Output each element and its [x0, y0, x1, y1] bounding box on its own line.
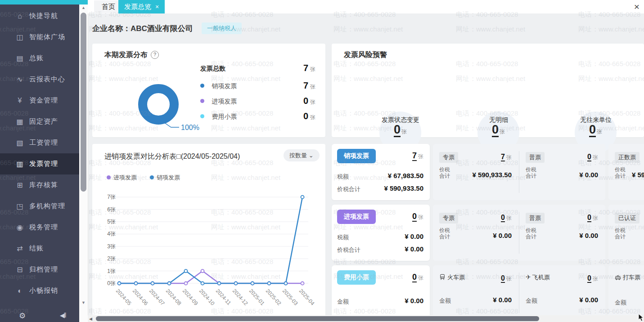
sidebar-item-fixed-assets[interactable]: ▦固定资产 — [0, 111, 79, 132]
purchase-dot-icon — [200, 99, 204, 103]
total-with-tax-label: 价税合计 — [337, 246, 360, 254]
tax-amount-value: ¥ 67,983.50 — [388, 172, 423, 179]
risk-no-counterparty[interactable]: 0张 无往来单位 — [553, 44, 639, 137]
sidebar-item-reimburse[interactable]: ◐小畅报销 — [0, 280, 79, 301]
train-ticket-count[interactable]: 0张 — [501, 274, 512, 283]
sidebar-footer: ⚙ ◀‖ — [0, 310, 79, 322]
payroll-icon: ▧ — [15, 139, 25, 147]
svg-text:2024-07: 2024-07 — [148, 288, 166, 307]
sidebar-item-closing[interactable]: ⇄结账 — [0, 238, 79, 259]
purchase-invoice-button[interactable]: 进项发票 — [337, 210, 376, 224]
sales-subtypes-panel: 专票 7张 价税合计 ¥ 590,933.50 普票 0张 价税合计 ¥ 0.0… — [433, 144, 605, 200]
top-accent-bar — [0, 0, 88, 4]
svg-text:2025-03: 2025-03 — [281, 288, 299, 307]
amount-value: ¥ 0.00 — [579, 296, 598, 304]
special-invoice-badge: 专票 — [439, 213, 458, 224]
svg-text:2024-11: 2024-11 — [215, 288, 232, 307]
legend-total-row: 发票总数 7张 — [200, 64, 315, 75]
sidebar-scrollbar[interactable]: ▲ ▼ — [79, 0, 88, 322]
agent-plaza-icon: ◫ — [15, 33, 25, 41]
sidebar-item-general-ledger[interactable]: ▤总账 — [0, 48, 79, 69]
svg-text:1张: 1张 — [107, 268, 116, 274]
sidebar-item-label: 总账 — [29, 54, 44, 63]
sidebar-item-tax[interactable]: ◉税务管理 — [0, 217, 79, 238]
scroll-down-icon[interactable]: ▼ — [79, 300, 88, 305]
sales-invoice-card: 销项发票 7张 税额 ¥ 67,983.50 价税合计 ¥ 590,933.50 — [332, 144, 430, 200]
risk-status-change[interactable]: 0张 发票状态变更 — [358, 44, 443, 137]
help-icon[interactable]: ? — [151, 51, 159, 59]
sidebar-item-invoice[interactable]: ▥发票管理 — [0, 153, 79, 174]
risk-no-detail[interactable]: 0张 无明细 — [456, 44, 541, 137]
legend-purchase-row[interactable]: 进项发票 0张 — [200, 97, 315, 108]
amount-value: ¥ 0.00 — [405, 297, 423, 304]
svg-text:4张: 4张 — [107, 231, 116, 237]
positive-invoice-badge: 正数票 — [615, 152, 639, 163]
amount-label: 金额 — [337, 298, 349, 306]
sidebar-item-agent-plaza[interactable]: ◫智能体广场 — [0, 27, 79, 48]
scroll-up-icon[interactable]: ▲ — [79, 5, 88, 10]
invoice-comparison-panel: 进销项发票对比分析表□(2024/05-2025/04) 按数量 ⌄ 进项发票 … — [92, 144, 325, 322]
total-with-tax-value: ¥ 0.00 — [579, 171, 598, 179]
total-with-tax-value: ¥ 0.00 — [493, 232, 512, 239]
legend-expense-row[interactable]: 费用小票 0张 — [200, 112, 315, 123]
close-icon[interactable]: × — [634, 0, 639, 13]
mute-speaker-icon[interactable]: ◀‖ — [60, 312, 66, 319]
tax-icon: ◉ — [15, 223, 25, 232]
sidebar-item-label: 智能体广场 — [29, 33, 65, 41]
amount-label: 金额 — [526, 297, 537, 305]
total-with-tax-label: 价税合计 — [526, 166, 539, 179]
sidebar-item-label: 资金管理 — [29, 96, 58, 105]
chart-legend-sales[interactable]: 销项发票 — [150, 174, 180, 182]
tab-invoice-overview[interactable]: 发票总览× — [118, 0, 165, 13]
purchase-count[interactable]: 0张 — [412, 212, 423, 221]
total-with-tax-value: ¥ 0.00 — [579, 232, 598, 239]
horizontal-scrollbar[interactable]: ◀ — [88, 315, 644, 322]
sidebar-item-inventory[interactable]: ⊞库存核算 — [0, 174, 79, 196]
expense-receipt-button[interactable]: 费用小票 — [337, 270, 376, 285]
sales-count[interactable]: 7张 — [412, 151, 423, 161]
plane-ticket-label: ✈飞机票 — [526, 273, 550, 282]
svg-text:2024-08: 2024-08 — [165, 288, 183, 307]
train-ticket-label: 火车票 — [439, 273, 465, 282]
horizontal-scrollbar-thumb[interactable] — [96, 316, 539, 321]
general-ledger-icon: ▤ — [15, 54, 25, 63]
panel-title: 本期发票分布? — [104, 50, 159, 60]
sidebar-item-label: 税务管理 — [29, 223, 58, 232]
tab-close-icon[interactable]: × — [155, 3, 159, 10]
special-invoice-badge: 专票 — [439, 152, 458, 163]
plane-ticket-block: ✈飞机票 0张 金额 ¥ 0.00 — [519, 265, 605, 320]
plane-ticket-count[interactable]: 0张 — [587, 274, 598, 283]
by-quantity-dropdown[interactable]: 按数量 ⌄ — [284, 149, 320, 161]
total-with-tax-label: 价税合计 — [615, 227, 628, 240]
special-count[interactable]: 0张 — [501, 214, 512, 222]
sidebar-item-multi-org[interactable]: ◳多机构管理 — [0, 196, 79, 217]
tax-amount-label: 税额 — [337, 233, 349, 242]
svg-text:2025-04: 2025-04 — [298, 288, 316, 307]
expense-count[interactable]: 0张 — [412, 273, 423, 282]
gear-icon[interactable]: ⚙ — [19, 311, 26, 321]
cloud-reports-icon: ∿ — [15, 75, 25, 84]
sidebar-scrollbar-thumb[interactable] — [81, 13, 86, 192]
sidebar-item-label: 小畅报销 — [29, 286, 58, 295]
expense-dot-icon — [200, 114, 204, 118]
general-count[interactable]: 0张 — [587, 214, 598, 222]
sidebar-item-funds[interactable]: ¥资金管理 — [0, 90, 79, 111]
sidebar-item-archive[interactable]: ⊟归档管理 — [0, 259, 79, 280]
svg-text:2024-09: 2024-09 — [181, 288, 199, 307]
sales-invoice-button[interactable]: 销项发票 — [337, 149, 376, 163]
closing-icon: ⇄ — [15, 244, 25, 253]
invoice-distribution-panel: 本期发票分布? 100% 发票总数 7张 销项发票 7张 进项发票 0张 费用小… — [92, 44, 325, 137]
svg-text:2张: 2张 — [107, 255, 116, 262]
mouse-cursor — [638, 313, 644, 322]
scroll-left-icon[interactable]: ◀ — [89, 317, 92, 321]
sidebar-item-payroll[interactable]: ▧工资管理 — [0, 132, 79, 153]
sidebar-item-home[interactable]: ⌂快捷导航 — [0, 5, 79, 27]
chart-legend-purchase[interactable]: 进项发票 — [107, 174, 137, 182]
general-invoice-badge: 普票 — [526, 152, 545, 163]
sidebar-item-cloud-reports[interactable]: ∿云报表中心 — [0, 69, 79, 90]
general-count[interactable]: 0张 — [587, 153, 598, 161]
purchase-subtypes-panel: 专票 0张 价税合计 ¥ 0.00 普票 0张 价税合计 ¥ 0.00 — [433, 205, 605, 261]
special-count[interactable]: 7张 — [501, 153, 512, 161]
legend-sales-row[interactable]: 销项发票 7张 — [200, 82, 315, 93]
special-invoice-block: 专票 7张 价税合计 ¥ 590,933.50 — [433, 144, 519, 200]
